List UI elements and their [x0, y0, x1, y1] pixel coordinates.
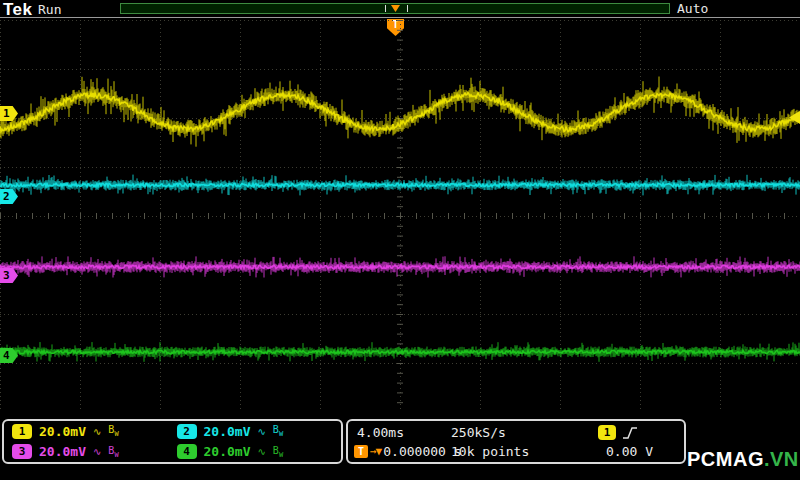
ac-coupling-icon: ∿ [257, 446, 265, 457]
channel-4-readout: 4 20.0mV ∿ BW [173, 444, 338, 459]
ac-coupling-icon: ∿ [93, 426, 101, 437]
channel-3-readout: 3 20.0mV ∿ BW [8, 444, 173, 459]
waveform-display: 1234 [0, 20, 800, 412]
rising-edge-icon [622, 426, 638, 440]
horizontal-scale: 4.00ms [357, 425, 404, 440]
trigger-arrow-icon: →▼ [370, 445, 381, 458]
acquisition-status: Run [38, 2, 61, 17]
trigger-t-badge: T [354, 445, 368, 458]
acquisition-preview-bar [120, 3, 670, 14]
trigger-source-readout: 1 [598, 425, 638, 440]
channel-2-scale: 20.0mV [204, 424, 251, 439]
pcmag-watermark: PCMAG.VN [687, 448, 799, 471]
channel-readouts-panel: 1 20.0mV ∿ BW 2 20.0mV ∿ BW 3 20.0mV ∿ B… [2, 419, 343, 464]
channel-2-readout: 2 20.0mV ∿ BW [173, 424, 338, 439]
trigger-position-value: 0.000000 s [383, 444, 461, 459]
channel-2-badge[interactable]: 2 [177, 424, 197, 439]
window-bracket-right-icon [407, 5, 408, 12]
bandwidth-limit-icon: BW [273, 424, 283, 438]
channel-1-readout: 1 20.0mV ∿ BW [8, 424, 173, 439]
channel-1-badge[interactable]: 1 [12, 424, 32, 439]
horizontal-trigger-panel: 4.00ms 250kS/s 10k points T →▼ 0.000000 … [346, 419, 686, 464]
channel-1-scale: 20.0mV [39, 424, 86, 439]
graticule [0, 20, 800, 412]
channel-3-badge[interactable]: 3 [12, 444, 32, 459]
watermark-brand: PCMAG [687, 448, 764, 470]
sample-rate: 250kS/s [451, 425, 506, 440]
ac-coupling-icon: ∿ [257, 426, 265, 437]
trigger-mode: Auto [677, 1, 708, 16]
header-divider [0, 17, 800, 18]
bandwidth-limit-icon: BW [108, 424, 118, 438]
bandwidth-limit-icon: BW [108, 445, 118, 459]
channel-4-scale: 20.0mV [204, 444, 251, 459]
trigger-level: 0.00 V [606, 444, 653, 459]
trigger-source-badge[interactable]: 1 [598, 425, 616, 440]
window-bracket-left-icon [385, 5, 386, 12]
trigger-position-tick-icon [391, 5, 400, 12]
bandwidth-limit-icon: BW [273, 445, 283, 459]
trigger-position-readout: T →▼ 0.000000 s [354, 444, 462, 459]
channel-4-badge[interactable]: 4 [177, 444, 197, 459]
ac-coupling-icon: ∿ [93, 446, 101, 457]
watermark-suffix: .VN [764, 448, 799, 470]
record-length: 10k points [451, 444, 529, 459]
channel-3-scale: 20.0mV [39, 444, 86, 459]
